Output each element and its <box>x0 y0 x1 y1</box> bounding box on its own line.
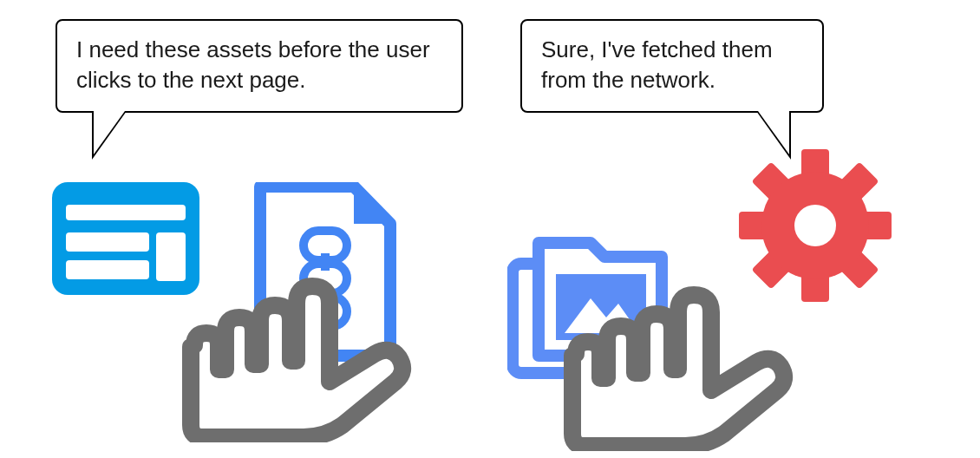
gear-settings-icon <box>737 147 893 304</box>
speech-bubble-left-text: I need these assets before the user clic… <box>76 36 430 93</box>
speech-bubble-left: I need these assets before the user clic… <box>56 19 463 113</box>
diagram-stage: I need these assets before the user clic… <box>0 0 980 458</box>
speech-bubble-right: Sure, I've fetched them from the network… <box>520 19 824 113</box>
svg-rect-4 <box>66 260 149 279</box>
svg-rect-2 <box>66 232 149 252</box>
svg-point-22 <box>794 205 836 246</box>
svg-rect-1 <box>66 205 186 220</box>
bubble-tail <box>94 111 125 154</box>
speech-bubble-right-text: Sure, I've fetched them from the network… <box>541 36 773 93</box>
hand-pointing-left-icon <box>173 252 416 442</box>
